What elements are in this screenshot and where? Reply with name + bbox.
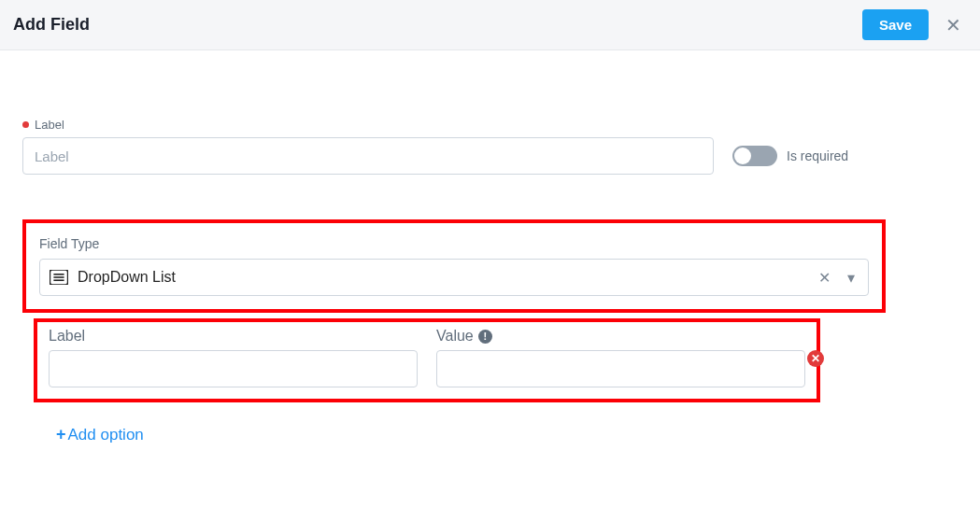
- dialog-header: Add Field Save ✕: [0, 0, 980, 50]
- save-button[interactable]: Save: [862, 9, 929, 40]
- label-input[interactable]: [22, 137, 714, 175]
- option-label-header-text: Label: [49, 328, 85, 345]
- header-actions: Save ✕: [862, 9, 967, 40]
- option-label-input[interactable]: [49, 350, 418, 387]
- plus-icon: +: [56, 425, 66, 444]
- remove-icon: ✕: [811, 353, 820, 364]
- options-grid: Label Value !: [49, 328, 805, 387]
- label-row: Label Is required: [22, 118, 958, 175]
- label-text: Label: [35, 118, 64, 132]
- dialog-body: Label Is required Field Type DropDown Li…: [0, 50, 980, 444]
- required-indicator-icon: [22, 121, 29, 128]
- field-type-selected-text: DropDown List: [78, 269, 805, 286]
- dialog-title: Add Field: [13, 15, 90, 35]
- is-required-toggle[interactable]: [732, 146, 777, 166]
- option-value-header: Value !: [436, 328, 805, 345]
- field-type-select[interactable]: DropDown List ✕ ▾: [39, 259, 869, 296]
- toggle-thumb-icon: [734, 148, 751, 164]
- clear-selection-icon[interactable]: ✕: [815, 269, 834, 287]
- label-field-label: Label: [22, 118, 714, 132]
- required-toggle-group: Is required: [732, 146, 848, 166]
- dropdown-list-icon: [50, 270, 68, 285]
- add-option-button[interactable]: + Add option: [56, 425, 144, 444]
- field-type-section: Field Type DropDown List ✕ ▾: [22, 219, 886, 313]
- field-type-label: Field Type: [39, 236, 869, 251]
- close-icon[interactable]: ✕: [940, 14, 967, 36]
- option-value-header-text: Value: [436, 328, 474, 345]
- add-option-label: Add option: [68, 426, 144, 444]
- label-column: Label: [22, 118, 714, 175]
- is-required-label: Is required: [787, 148, 848, 163]
- remove-option-button[interactable]: ✕: [807, 350, 824, 367]
- chevron-down-icon[interactable]: ▾: [844, 269, 859, 287]
- option-value-input[interactable]: [436, 350, 805, 387]
- option-label-header: Label: [49, 328, 418, 345]
- options-section: Label Value !: [34, 318, 820, 402]
- info-icon[interactable]: !: [478, 330, 492, 344]
